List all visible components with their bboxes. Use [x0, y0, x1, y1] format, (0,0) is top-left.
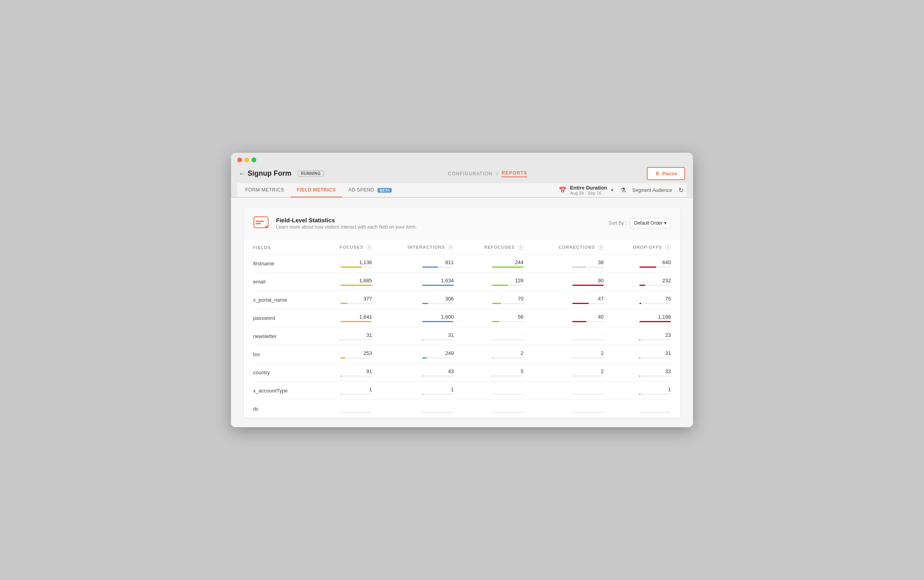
col-dropoffs: DROP-OFFS ?	[604, 239, 671, 255]
cell-interactions: 43	[372, 364, 454, 382]
cell-corrections: 47	[524, 291, 604, 309]
cell-corrections: 2	[524, 345, 604, 364]
cell-refocuses: 70	[454, 291, 524, 309]
cell-focuses: 1,685	[314, 273, 372, 291]
cell-refocuses: 126	[454, 273, 524, 291]
sort-select[interactable]: Default Order ▾	[630, 218, 671, 228]
cell-refocuses: 56	[454, 309, 524, 327]
field-name: email	[253, 273, 314, 291]
segment-audience-label[interactable]: Segment Audience	[632, 188, 672, 193]
field-name: firstname	[253, 255, 314, 273]
refocuses-help-icon[interactable]: ?	[518, 245, 524, 250]
table-row: firstname 1,136 811 244 38	[253, 255, 671, 273]
field-name: x_accountType	[253, 382, 314, 400]
calendar-icon: 📅	[559, 186, 567, 194]
col-focuses: FOCUSES ?	[314, 239, 372, 255]
col-interactions: INTERACTIONS ?	[372, 239, 454, 255]
cell-focuses: 253	[314, 345, 372, 364]
cell-corrections: -	[524, 400, 604, 418]
table-row: x_accountType 1 1 - -	[253, 382, 671, 400]
table-row: email 1,685 1,634 126 90	[253, 273, 671, 291]
cell-drop-offs: 33	[604, 364, 671, 382]
stats-description: Learn more about how visitors interact w…	[276, 224, 417, 230]
cell-corrections: 38	[524, 255, 604, 273]
refresh-icon[interactable]: ↻	[678, 186, 684, 194]
col-corrections: CORRECTIONS ?	[524, 239, 604, 255]
cell-drop-offs: 1	[604, 382, 671, 400]
cell-focuses: 377	[314, 291, 372, 309]
form-title: Signup Form	[248, 169, 291, 178]
cell-corrections: -	[524, 382, 604, 400]
status-badge: RUNNING	[298, 171, 324, 176]
cell-drop-offs: 75	[604, 291, 671, 309]
cell-drop-offs: -	[604, 400, 671, 418]
title-bar: ← Signup Form RUNNING CONFIGURATION > RE…	[231, 153, 693, 198]
cell-drop-offs: 23	[604, 327, 671, 345]
table-wrapper: FIELDS FOCUSES ? INTERACTIONS ?	[244, 239, 680, 418]
cell-refocuses: -	[454, 382, 524, 400]
focuses-help-icon[interactable]: ?	[366, 245, 372, 250]
tab-field-metrics[interactable]: FIELD METRICS	[291, 183, 342, 197]
breadcrumb-reports[interactable]: REPORTS	[501, 170, 527, 177]
stats-card: Field-Level Statistics Learn more about …	[244, 207, 680, 418]
cell-corrections: 90	[524, 273, 604, 291]
cell-corrections: -	[524, 327, 604, 345]
traffic-lights	[237, 158, 687, 162]
table-row: dc - - - -	[253, 400, 671, 418]
table-row: tos 253 249 2 2	[253, 345, 671, 364]
sort-by: Sort By : Default Order ▾	[608, 218, 671, 228]
sort-chevron-icon: ▾	[664, 220, 667, 226]
pause-icon: ⏸	[655, 171, 660, 176]
metrics-table: FIELDS FOCUSES ? INTERACTIONS ?	[253, 239, 671, 418]
stats-header: Field-Level Statistics Learn more about …	[244, 207, 680, 239]
cell-interactions: 31	[372, 327, 454, 345]
table-row: newsletter 31 31 - -	[253, 327, 671, 345]
cell-interactions: 306	[372, 291, 454, 309]
col-refocuses: REFOCUSES ?	[454, 239, 524, 255]
corrections-help-icon[interactable]: ?	[598, 245, 604, 250]
field-stats-icon	[253, 214, 270, 232]
minimize-icon[interactable]	[244, 158, 249, 162]
back-button[interactable]: ← Signup Form RUNNING	[239, 169, 324, 178]
breadcrumb-configuration[interactable]: CONFIGURATION	[448, 171, 493, 176]
beta-badge: BETA	[377, 188, 392, 193]
field-name: x_portal_name	[253, 291, 314, 309]
cell-drop-offs: 1,198	[604, 309, 671, 327]
tab-ad-spend[interactable]: AD SPEND BETA	[342, 183, 398, 197]
cell-corrections: 40	[524, 309, 604, 327]
pause-button[interactable]: ⏸ Pause	[647, 167, 685, 180]
dropoffs-help-icon[interactable]: ?	[665, 245, 671, 250]
tab-form-metrics[interactable]: FORM METRICS	[239, 183, 291, 197]
close-icon[interactable]	[237, 158, 242, 162]
app-window: ← Signup Form RUNNING CONFIGURATION > RE…	[231, 153, 693, 427]
cell-interactions: 249	[372, 345, 454, 364]
field-name: newsletter	[253, 327, 314, 345]
field-name: country	[253, 364, 314, 382]
cell-corrections: 2	[524, 364, 604, 382]
cell-refocuses: -	[454, 400, 524, 418]
breadcrumb: CONFIGURATION > REPORTS	[329, 170, 647, 177]
cell-drop-offs: 640	[604, 255, 671, 273]
cell-refocuses: 5	[454, 364, 524, 382]
cell-interactions: 1	[372, 382, 454, 400]
field-name: tos	[253, 345, 314, 364]
tabs-row: FORM METRICS FIELD METRICS AD SPEND BETA…	[237, 183, 687, 197]
sort-by-label: Sort By :	[608, 220, 627, 226]
cell-interactions: -	[372, 400, 454, 418]
date-picker[interactable]: 📅 Entire Duration Aug 28 - Sep 16 ▼	[559, 185, 614, 195]
toolbar-right: 📅 Entire Duration Aug 28 - Sep 16 ▼ ⚗ Se…	[559, 185, 687, 195]
cell-focuses: 31	[314, 327, 372, 345]
interactions-help-icon[interactable]: ?	[448, 245, 454, 250]
filter-icon[interactable]: ⚗	[620, 186, 626, 194]
stats-title: Field-Level Statistics	[276, 217, 417, 223]
breadcrumb-separator: >	[496, 171, 498, 176]
maximize-icon[interactable]	[252, 158, 256, 162]
table-header-row: FIELDS FOCUSES ? INTERACTIONS ?	[253, 239, 671, 255]
cell-drop-offs: 232	[604, 273, 671, 291]
col-fields: FIELDS	[253, 239, 314, 255]
table-row: x_portal_name 377 306 70 47	[253, 291, 671, 309]
cell-focuses: -	[314, 400, 372, 418]
cell-drop-offs: 31	[604, 345, 671, 364]
date-range: Entire Duration Aug 28 - Sep 16	[570, 185, 607, 195]
stats-text: Field-Level Statistics Learn more about …	[276, 217, 417, 230]
